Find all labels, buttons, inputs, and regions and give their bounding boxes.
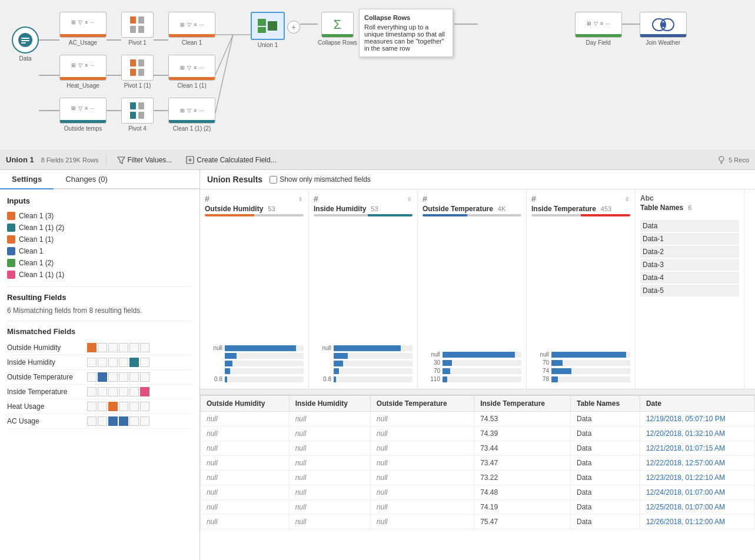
chart-count: 53 [371, 205, 378, 212]
node-pivot1-1[interactable]: Pivot 1 (1) [121, 55, 154, 89]
chart-field-name: Outside Temperature [423, 205, 493, 213]
inputs-title: Inputs [7, 196, 192, 205]
bar-label: 70 [531, 359, 549, 366]
chart-inside-temperature: # ♀ Inside Temperature 453 null 70 [527, 189, 636, 389]
mismatch-box [119, 343, 128, 352]
chart-table-names: Abc Table Names 6 Data Data-1 Data-2 Dat… [636, 189, 744, 389]
mismatch-inside-temperature: Inside Temperature [7, 385, 192, 399]
scroll-indicator [200, 389, 755, 395]
node-union1[interactable]: Union 1 [251, 12, 285, 48]
input-label: Clean 1 (1) (2) [19, 224, 64, 232]
filter-values-button[interactable]: Filter Values... [114, 154, 176, 166]
chart-field-name: Inside Humidity [314, 205, 366, 213]
divider-2 [7, 321, 192, 321]
mismatch-box [119, 372, 128, 382]
node-outside-temps[interactable]: ⊞▽≡··· Outside temps [59, 98, 107, 132]
svg-rect-5 [130, 26, 136, 33]
input-clean1-1-1: Clean 1 (1) (1) [7, 269, 192, 281]
svg-rect-21 [258, 27, 266, 33]
table-cell: null [201, 412, 290, 426]
table-cell: Data [570, 426, 640, 441]
no-stripe [640, 213, 739, 215]
svg-rect-3 [21, 42, 26, 44]
mismatch-label: Inside Humidity [7, 358, 84, 366]
resulting-fields-title: Resulting Fields [7, 293, 192, 302]
list-item: Data [640, 220, 739, 232]
mismatch-boxes [87, 402, 149, 411]
node-clean1-1-2-label: Clean 1 (1) (2) [173, 125, 211, 132]
tab-settings[interactable]: Settings [0, 170, 54, 189]
chart-count: 4K [498, 205, 505, 212]
chart-outside-temperature: # Outside Temperature 4K null 30 [418, 189, 527, 389]
mismatch-outside-humidity: Outside Humidity [7, 341, 192, 355]
table-row: nullnullnull73.22Data12/23/2018, 01:22:1… [201, 471, 755, 485]
table-cell: Data [570, 441, 640, 456]
table-cell: null [370, 485, 474, 500]
node-clean1[interactable]: ⊞▽≡··· Clean 1 [168, 12, 215, 46]
table-row: nullnullnull73.44Data12/21/2018, 01:07:1… [201, 441, 755, 456]
mismatch-box [140, 416, 149, 426]
table-cell: null [289, 426, 370, 441]
table-cell: Data [570, 456, 640, 471]
tab-changes[interactable]: Changes (0) [54, 170, 119, 189]
node-pivot4[interactable]: Pivot 4 [121, 98, 154, 132]
node-clean1-1[interactable]: ⊞▽≡··· Clean 1 (1) [168, 55, 215, 89]
lightbulb-icon [717, 155, 726, 165]
input-clean1-3: Clean 1 (3) [7, 210, 192, 222]
rec-count: 5 Reco [729, 156, 749, 164]
right-panel: Union Results Show only mismatched field… [200, 170, 755, 560]
node-pivot1[interactable]: Pivot 1 [121, 12, 154, 46]
add-node-button[interactable]: + [287, 21, 300, 34]
table-cell: null [289, 412, 370, 426]
numeric-icon: # [205, 194, 209, 204]
table-cell: 12/19/2018, 05:07:10 PM [640, 412, 754, 426]
table-cell: null [289, 471, 370, 485]
mismatch-ac-usage: AC Usage [7, 414, 192, 429]
list-item: Data-5 [640, 285, 739, 296]
node-pivot4-label: Pivot 4 [128, 125, 147, 132]
node-collapse-rows[interactable]: Σ Collapse Rows [318, 12, 357, 46]
female-icon: ♀ [298, 194, 304, 204]
input-color-dot [7, 212, 15, 220]
table-cell: null [201, 515, 290, 529]
table-row: nullnullnull74.39Data12/20/2018, 01:32:1… [201, 426, 755, 441]
tooltip-desc: Roll everything up to a unique timestamp… [364, 24, 448, 52]
mismatch-box [119, 416, 128, 426]
color-stripe [205, 214, 304, 216]
table-cell: null [289, 456, 370, 471]
chart-count: 6 [688, 204, 691, 211]
node-day-field-label: Day Field [586, 39, 611, 46]
input-label: Clean 1 (2) [19, 259, 54, 267]
table-cell: 12/23/2018, 01:22:10 AM [640, 471, 754, 485]
node-heat-usage[interactable]: ⊞▽≡··· Heat_Usage [59, 55, 107, 89]
node-collapse-label: Collapse Rows [318, 39, 357, 46]
svg-point-25 [661, 22, 666, 27]
bar-chart: null 30 70 110 [423, 221, 521, 384]
node-data[interactable]: Data [12, 26, 39, 62]
node-clean1-label: Clean 1 [182, 39, 202, 46]
node-clean1-1-2[interactable]: ⊞▽≡··· Clean 1 (1) (2) [168, 98, 215, 132]
mismatched-checkbox[interactable] [270, 176, 277, 184]
filter-btn-label: Filter Values... [128, 156, 172, 164]
input-label: Clean 1 (1) (1) [19, 271, 64, 279]
mismatch-boxes [87, 358, 149, 367]
node-join-weather[interactable]: Join Weather [640, 12, 687, 46]
mismatch-box [119, 402, 128, 411]
input-label: Clean 1 (1) [19, 235, 54, 244]
data-table: Outside Humidity Inside Humidity Outside… [200, 395, 755, 529]
node-day-field[interactable]: ⊞▽≡··· Day Field [575, 12, 622, 46]
color-stripe [531, 214, 630, 216]
node-ac-usage[interactable]: ⊞▽≡··· AC_Usage [59, 12, 107, 46]
charts-area: # ♀ Outside Humidity 53 null [200, 189, 755, 389]
mismatch-box [98, 343, 107, 352]
table-cell: null [201, 471, 290, 485]
node-data-label: Data [19, 55, 31, 62]
chart-count: 453 [601, 205, 611, 212]
create-calc-field-button[interactable]: Create Calculated Field... [182, 154, 280, 166]
input-clean1: Clean 1 [7, 245, 192, 257]
left-panel-tabs: Settings Changes (0) [0, 170, 199, 189]
list-item: Data-4 [640, 272, 739, 284]
mismatch-box [140, 358, 149, 367]
list-item: Data-2 [640, 246, 739, 258]
mismatched-checkbox-label[interactable]: Show only mismatched fields [270, 175, 371, 184]
